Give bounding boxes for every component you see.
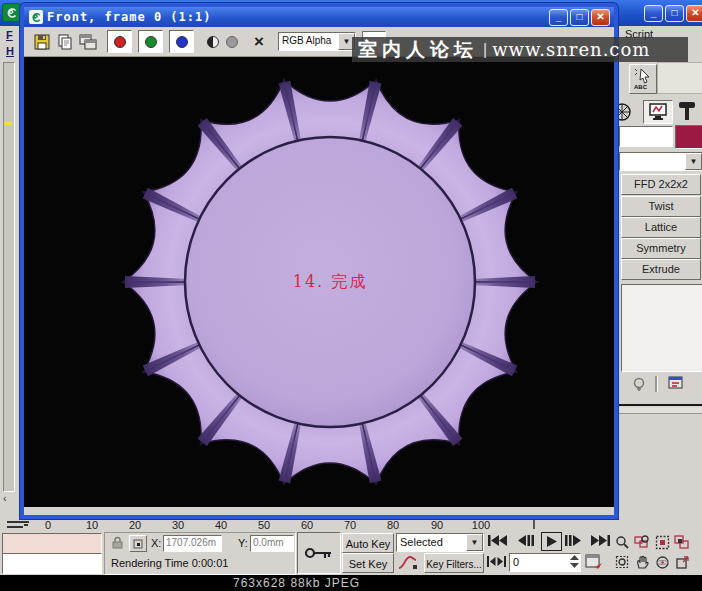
trackbar-icon[interactable] bbox=[7, 521, 31, 529]
modifier-button-symmetry[interactable]: Symmetry bbox=[621, 238, 701, 259]
ruler-tick: 100 bbox=[472, 519, 490, 531]
modifier-button-twist[interactable]: Twist bbox=[621, 196, 701, 217]
object-name-field[interactable] bbox=[619, 126, 673, 147]
ruler-tick: 70 bbox=[344, 519, 356, 531]
main-close-button[interactable]: ✕ bbox=[686, 5, 702, 22]
modifier-stack-list[interactable] bbox=[621, 284, 702, 372]
status-bar: X: 1707.026m Y: 0.0mm Rendering Time 0:0… bbox=[0, 532, 702, 575]
ruler-end-mark bbox=[533, 519, 535, 529]
go-to-start-button[interactable] bbox=[487, 534, 508, 547]
render-window-titlebar[interactable]: Front, frame 0 (1:1) _ □ ✕ bbox=[24, 7, 614, 27]
current-frame-field[interactable]: 0 bbox=[509, 553, 581, 572]
default-in-out-curve-icon[interactable] bbox=[398, 555, 418, 570]
zoom-extents-button[interactable] bbox=[652, 533, 672, 551]
ruler-tick: 0 bbox=[45, 519, 51, 531]
main-maximize-button[interactable]: □ bbox=[665, 5, 684, 22]
y-coordinate-value: 0.0mm bbox=[253, 537, 284, 548]
region-zoom-button[interactable] bbox=[612, 553, 632, 571]
modifier-button-extrude[interactable]: Extrude bbox=[621, 259, 701, 280]
stack-divider bbox=[655, 376, 658, 392]
macro-recorder-field[interactable] bbox=[2, 533, 102, 554]
modifier-button-lattice[interactable]: Lattice bbox=[621, 217, 701, 238]
timeline-ruler[interactable]: 0 10 20 30 40 50 60 70 80 90 100 bbox=[0, 517, 616, 533]
configure-modifier-sets-icon[interactable] bbox=[667, 375, 685, 392]
y-label: Y: bbox=[238, 537, 248, 549]
menu-file-clipped[interactable]: F bbox=[6, 29, 13, 41]
time-configuration-button[interactable] bbox=[585, 553, 603, 570]
key-filters-button[interactable]: Key Filters... bbox=[424, 553, 484, 573]
green-channel-toggle[interactable] bbox=[138, 30, 163, 53]
arc-rotate-button[interactable] bbox=[652, 553, 672, 571]
channel-display-value: RGB Alpha bbox=[282, 35, 331, 46]
save-bitmap-icon[interactable] bbox=[34, 34, 51, 50]
dropdown-arrow-button[interactable]: ▼ bbox=[685, 153, 702, 170]
ruler-tick: 10 bbox=[86, 519, 98, 531]
previous-frame-button[interactable] bbox=[517, 534, 534, 547]
set-key-button[interactable]: Set Key bbox=[342, 553, 394, 573]
ruler-tick: 90 bbox=[431, 519, 443, 531]
channel-display-dropdown[interactable]: RGB Alpha ▼ bbox=[278, 32, 356, 51]
y-coordinate-field[interactable]: 0.0mm bbox=[250, 535, 294, 552]
render-frame-window: Front, frame 0 (1:1) _ □ ✕ bbox=[20, 3, 618, 519]
watermark: 室内人论坛 | www.snren.com bbox=[352, 37, 688, 62]
modifier-button-ffd[interactable]: FFD 2x2x2 bbox=[621, 174, 701, 195]
frame-spinner[interactable] bbox=[570, 555, 579, 568]
pan-button[interactable] bbox=[632, 553, 652, 571]
time-filter-dropdown[interactable]: Selected ▼ bbox=[396, 533, 484, 552]
key-filters-label: Key Filters... bbox=[426, 559, 482, 570]
render-minimize-button[interactable]: _ bbox=[549, 9, 568, 26]
zoom-extents-all-button[interactable] bbox=[672, 533, 692, 551]
alpha-channel-toggle[interactable] bbox=[226, 36, 238, 48]
modifier-list-dropdown[interactable]: ▼ bbox=[619, 152, 702, 171]
x-label: X: bbox=[151, 537, 161, 549]
render-viewport[interactable]: 14. 完成 bbox=[24, 57, 614, 507]
auto-key-label: Auto Key bbox=[346, 538, 391, 550]
abc-cursor-icon[interactable]: ABC bbox=[629, 64, 657, 94]
selection-lock-icon[interactable] bbox=[111, 536, 124, 550]
render-close-button[interactable]: ✕ bbox=[591, 9, 610, 26]
ruler-tick: 60 bbox=[301, 519, 313, 531]
red-channel-toggle[interactable] bbox=[107, 30, 132, 53]
key-mode-toggle[interactable] bbox=[487, 555, 506, 568]
panel-divider bbox=[617, 404, 702, 406]
zoom-all-button[interactable] bbox=[632, 533, 652, 551]
toolbar-blank bbox=[657, 62, 702, 94]
viewport-caption: 14. 完成 bbox=[293, 272, 368, 293]
footer-strip: 763x628 88kb JPEG bbox=[0, 575, 702, 591]
copy-bitmap-icon[interactable] bbox=[57, 34, 73, 50]
tab-display[interactable] bbox=[643, 100, 673, 124]
prompt-line: Rendering Time 0:00:01 bbox=[111, 557, 228, 569]
main-minimize-button[interactable]: _ bbox=[644, 5, 663, 22]
max-logo-icon bbox=[2, 3, 21, 22]
command-panel: Script ABC ▼ FFD 2x bbox=[616, 26, 702, 520]
blue-channel-toggle[interactable] bbox=[169, 30, 194, 53]
screenshot-root: { "render_window": { "title": "Front, fr… bbox=[0, 0, 702, 591]
auto-key-button[interactable]: Auto Key bbox=[342, 533, 394, 553]
absolute-mode-button[interactable] bbox=[129, 535, 147, 552]
next-frame-button[interactable] bbox=[565, 534, 582, 547]
abc-label: ABC bbox=[634, 84, 648, 90]
render-maximize-button[interactable]: □ bbox=[570, 9, 589, 26]
ruler-tick: 30 bbox=[172, 519, 184, 531]
left-rail: F H ‹ bbox=[0, 26, 22, 520]
min-max-toggle-button[interactable] bbox=[672, 553, 692, 571]
left-rail-track[interactable] bbox=[3, 62, 15, 492]
go-to-end-button[interactable] bbox=[590, 534, 611, 547]
play-button[interactable] bbox=[541, 532, 562, 551]
tab-utilities[interactable] bbox=[675, 100, 699, 122]
pin-stack-icon[interactable] bbox=[631, 376, 647, 392]
x-coordinate-field[interactable]: 1707.026m bbox=[163, 535, 222, 552]
clear-button[interactable]: × bbox=[254, 34, 264, 50]
ruler-tick: 80 bbox=[387, 519, 399, 531]
monochrome-toggle[interactable] bbox=[206, 35, 220, 49]
set-keys-button[interactable] bbox=[297, 532, 341, 574]
left-rail-scroll-arrow[interactable]: ‹ bbox=[3, 492, 15, 506]
menu-help-clipped[interactable]: H bbox=[6, 45, 14, 57]
x-coordinate-value: 1707.026m bbox=[166, 537, 219, 548]
current-frame-value: 0 bbox=[513, 556, 519, 568]
zoom-button[interactable] bbox=[612, 533, 632, 551]
clone-window-icon[interactable] bbox=[79, 34, 97, 50]
object-color-swatch[interactable] bbox=[675, 125, 702, 149]
listener-field[interactable] bbox=[2, 553, 102, 574]
time-filter-arrow[interactable]: ▼ bbox=[466, 534, 483, 551]
